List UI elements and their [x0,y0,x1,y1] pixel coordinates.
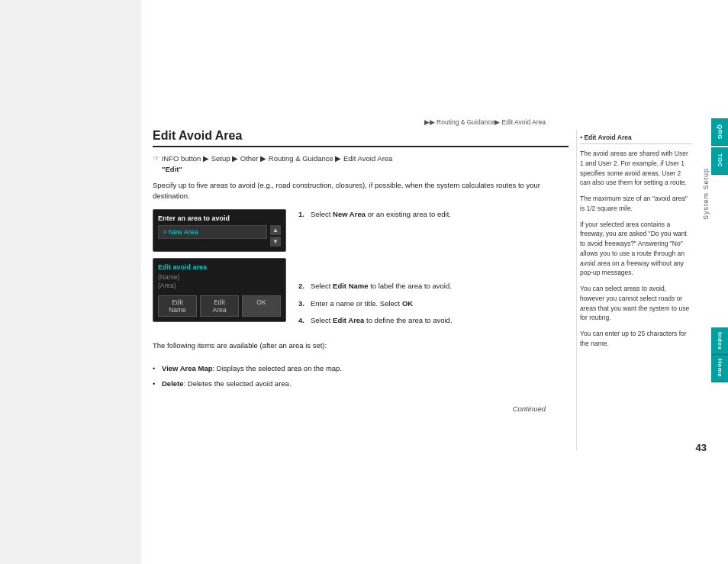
intro-text: Specify up to five areas to avoid (e.g.,… [153,180,569,202]
bullet-view-area-map: • View Area Map: Displays the selected a… [153,363,569,374]
ok-button[interactable]: OK [242,295,281,317]
edit-area-button[interactable]: Edit Area [200,295,239,317]
info-panel-title: ▪ Edit Avoid Area [580,134,692,144]
screen1-title: Enter an area to avoid [158,214,281,222]
left-margin [0,0,141,564]
tab-toc[interactable]: TOC [711,147,728,175]
scroll-up-arrow[interactable]: ▲ [270,225,281,235]
edit-name-button[interactable]: Edit Name [158,295,197,317]
steps-column: 1. Select New Area or an existing area t… [298,209,569,332]
screens-column: Enter an area to avoid > New Area ▲ ▼ Ed… [153,209,286,332]
step-3: 3. Enter a name or title. Select OK [298,298,569,309]
info-panel-para-4: You can select areas to avoid, however y… [580,284,692,323]
page-title: Edit Avoid Area [153,129,569,147]
screen2-area-field: (Area) [158,282,281,289]
screen2-title: Edit avoid area [158,263,281,271]
step-1: 1. Select New Area or an existing area t… [298,209,569,220]
bullet-delete: • Delete: Deletes the selected avoid are… [153,378,569,389]
following-items: The following items are available (after… [153,340,569,389]
screen2-buttons: Edit Name Edit Area OK [158,295,281,317]
tab-home[interactable]: Home [711,355,728,382]
step-4: 4. Select Edit Area to define the area t… [298,315,569,326]
info-panel: ▪ Edit Avoid Area The avoid areas are sh… [580,134,714,355]
screen2-name-field: (Name) [158,273,281,281]
page-number: 43 [696,442,707,453]
screen1: Enter an area to avoid > New Area ▲ ▼ [153,209,286,252]
breadcrumb: ▶▶ Routing & Guidance▶ Edit Avoid Area [153,118,569,126]
tab-qrg[interactable]: QRG [711,118,728,146]
info-panel-para-1: The avoid areas are shared with User 1 a… [580,149,692,188]
step-2: 2. Select Edit Name to label the area to… [298,281,569,292]
info-path: ☞ INFO button ▶ Setup ▶ Other ▶ Routing … [153,153,569,176]
following-text: The following items are available (after… [153,340,569,351]
continued-label: Continued [153,404,569,413]
steps-container: Enter an area to avoid > New Area ▲ ▼ Ed… [153,209,569,332]
vertical-divider [576,130,577,450]
sidebar-tabs: QRGTOCIndexHome [711,118,728,382]
screen1-item-new-area: > New Area [158,225,267,239]
info-panel-para-5: You can enter up to 25 characters for th… [580,329,692,349]
info-icon: ☞ [153,154,162,163]
tab-index[interactable]: Index [711,327,728,355]
screen2: Edit avoid area (Name) (Area) Edit Name … [153,258,286,322]
info-panel-para-3: If your selected area contains a freeway… [580,220,692,279]
info-panel-para-2: The maximum size of an "avoid area" is 1… [580,194,692,214]
main-content: ▶▶ Routing & Guidance▶ Edit Avoid Area E… [145,118,576,413]
scroll-down-arrow[interactable]: ▼ [270,237,281,247]
